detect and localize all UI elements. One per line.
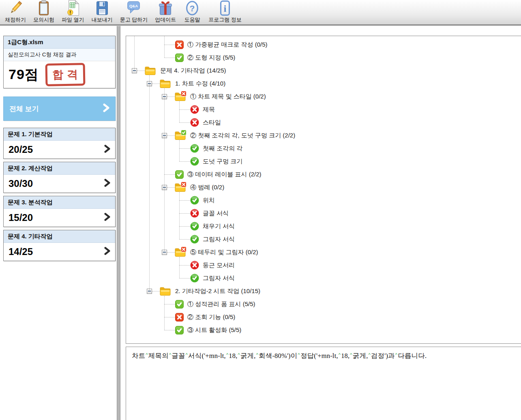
tree-branch-line: [164, 58, 176, 58]
tree-item[interactable]: ④ 범례 (0/2): [126, 181, 521, 194]
tree-connector-line: [164, 296, 165, 330]
tree-item[interactable]: ⑤ 테두리 및 그림자 (0/2): [126, 246, 521, 259]
tree-item[interactable]: ① 성적관리 폼 표시 (5/5): [126, 298, 521, 311]
tree-item[interactable]: 문제 4. 기타작업 (14/25): [126, 64, 521, 77]
tree-branch-line: [152, 291, 160, 291]
toolbar-button-1[interactable]: 채점하기: [2, 0, 29, 23]
help-question-icon: ?: [183, 0, 201, 17]
tree-connector-line: [179, 101, 180, 122]
tree-branch-line: [179, 148, 191, 149]
tree-item[interactable]: 채우기 서식: [126, 220, 521, 233]
chevron-right-icon: [104, 144, 110, 155]
file-name: 1급C형.xlsm: [4, 36, 115, 49]
toolbar-button-label: 파일 열기: [62, 17, 84, 23]
tree-branch-line: [152, 84, 160, 84]
tree-item[interactable]: ③ 시트 활성화 (5/5): [126, 324, 521, 336]
tree-item-label: ③ 시트 활성화 (5/5): [187, 324, 241, 336]
tree-branch-line: [167, 135, 175, 136]
tree-item[interactable]: ③ 데이터 레이블 표시 (2/2): [126, 168, 521, 181]
tree-item-label: 채우기 서식: [203, 220, 235, 233]
tree-item[interactable]: 그림자 서식: [126, 272, 521, 285]
tree-item-label: 문제 4. 기타작업 (14/25): [160, 64, 226, 77]
toolbar-button-4[interactable]: 내보내기: [88, 0, 116, 23]
tree-item[interactable]: ① 가중평균 매크로 작성 (0/5): [126, 38, 521, 51]
tree-item-label: 2. 기타작업-2 시트 작업 (10/15): [175, 285, 260, 298]
tree-connector-line: [179, 192, 180, 239]
pass-icon: [175, 170, 184, 179]
section-panel-4[interactable]: 문제 4. 기타작업14/25: [3, 230, 116, 261]
folder-fail-icon: [174, 246, 187, 257]
space-marker: ^: [368, 352, 370, 357]
section-title: 문제 4. 기타작업: [4, 230, 115, 243]
section-score: 14/25: [9, 246, 33, 257]
tree-branch-line: [179, 265, 191, 266]
grading-tree: ① 가중평균 매크로 작성 (0/5)② 도형 지정 (5/5)문제 4. 기타…: [126, 36, 521, 343]
pass-icon: [175, 300, 184, 309]
space-marker: ^: [169, 352, 171, 357]
toolbar-button-label: 내보내기: [92, 17, 113, 23]
splitter-handle[interactable]: [117, 26, 120, 420]
program-info-icon: i: [216, 0, 234, 17]
result-subtitle: 실전모의고사 C형 채점 결과: [4, 49, 115, 61]
tree-connector-line: [179, 140, 180, 161]
tree-item[interactable]: 둥근 모서리: [126, 259, 521, 272]
section-title: 문제 2. 계산작업: [4, 162, 115, 175]
section-panel-1[interactable]: 문제 1. 기본작업20/25: [3, 128, 116, 159]
svg-text:?: ?: [190, 4, 195, 13]
toolbar-button-5[interactable]: Q&A묻고 답하기: [117, 0, 151, 23]
section-panel-2[interactable]: 문제 2. 계산작업30/30: [3, 162, 116, 193]
tree-item[interactable]: ② 첫째 조각의 각, 도넛 구멍 크기 (2/2): [126, 129, 521, 142]
pass-icon: [190, 196, 199, 205]
toolbar-button-3[interactable]: 파일 열기: [58, 0, 88, 23]
space-marker: ^: [226, 352, 228, 357]
tree-branch-line: [179, 213, 191, 214]
update-gift-icon: [156, 0, 175, 17]
pass-icon: [190, 235, 199, 244]
tree-item[interactable]: 스타일: [126, 116, 521, 129]
tree-item[interactable]: 제목: [126, 103, 521, 116]
toolbar-button-label: 모의시험: [33, 17, 54, 23]
total-score: 79점: [9, 65, 39, 84]
tree-item-label: ① 가중평균 매크로 작성 (0/5): [187, 38, 268, 51]
tree-item[interactable]: 그림자 서식: [126, 233, 521, 246]
toolbar-button-2[interactable]: 모의시험: [30, 0, 58, 23]
space-marker: ^: [256, 352, 258, 357]
tree-item-label: ① 차트 제목 및 스타일 (0/2): [190, 90, 266, 103]
tree-item-label: 그림자 서식: [203, 272, 235, 285]
space-marker: ^: [339, 352, 341, 357]
tree-item[interactable]: ② 도형 지정 (5/5): [126, 51, 521, 64]
section-panel-3[interactable]: 문제 3. 분석작업15/20: [3, 196, 116, 227]
tree-item-label: ② 조회 기능 (0/5): [187, 311, 235, 324]
toolbar-button-6[interactable]: 업데이트: [152, 0, 179, 23]
pass-stamp: 합격: [45, 63, 85, 86]
tree-item-label: 그림자 서식: [203, 233, 235, 246]
tree-item[interactable]: 첫째 조각의 각: [126, 142, 521, 155]
tree-item[interactable]: 2. 기타작업-2 시트 작업 (10/15): [126, 285, 521, 298]
detail-message-box[interactable]: 차트^제목의^글꼴^서식('+mn-lt,^18,^굵게,^회색-80%')이^…: [126, 347, 521, 420]
tree-item-label: ④ 범례 (0/2): [190, 181, 224, 194]
total-score-row: 79점 합격: [4, 61, 115, 88]
tree-branch-line: [164, 45, 176, 45]
tree-item-label: 1. 차트 수정 (4/10): [175, 77, 225, 90]
fail-icon: [175, 313, 184, 321]
tree-item[interactable]: 글꼴 서식: [126, 207, 521, 220]
mock-exam-clipboard-icon: [35, 0, 53, 17]
tree-branch-line: [179, 200, 191, 201]
tree-item[interactable]: 도넛 구멍 크기: [126, 155, 521, 168]
tree-item-label: ② 도형 지정 (5/5): [187, 51, 235, 64]
tree-item[interactable]: 위치: [126, 194, 521, 207]
toolbar-button-7[interactable]: ?도움말: [180, 0, 204, 23]
tree-item[interactable]: 1. 차트 수정 (4/10): [126, 77, 521, 90]
tree-item[interactable]: ① 차트 제목 및 스타일 (0/2): [126, 90, 521, 103]
tree-item-label: 글꼴 서식: [203, 207, 229, 220]
open-excel-file-icon: [64, 0, 82, 17]
export-floppy-icon: [93, 0, 111, 17]
tree-item[interactable]: ② 조회 기능 (0/5): [126, 311, 521, 324]
toolbar-button-label: 프로그램 정보: [208, 17, 242, 23]
fail-icon: [190, 118, 199, 127]
view-all-button[interactable]: 전체 보기: [3, 96, 116, 121]
toolbar-button-8[interactable]: i프로그램 정보: [205, 0, 245, 23]
chevron-right-icon: [104, 246, 110, 257]
tree-item-label: ① 성적관리 폼 표시 (5/5): [187, 298, 255, 311]
tree-branch-line: [164, 330, 176, 330]
